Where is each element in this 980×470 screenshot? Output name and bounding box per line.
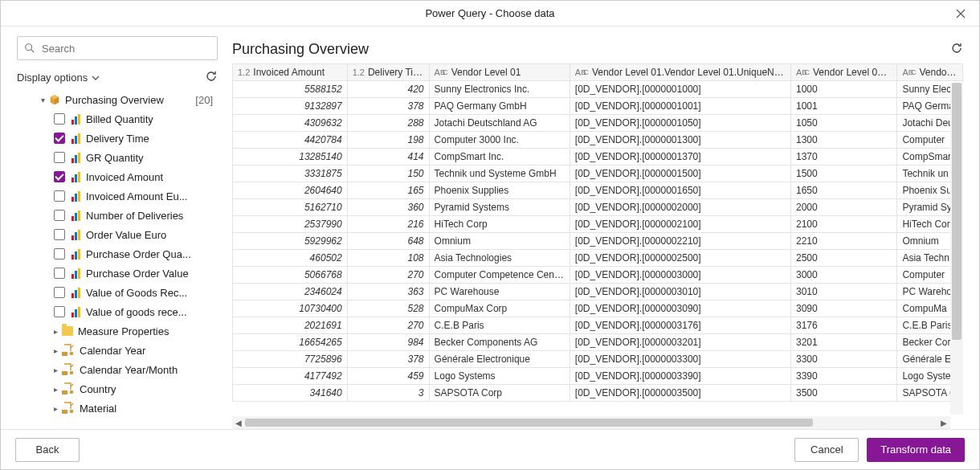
cube-icon [49, 94, 60, 105]
tree-measure-item[interactable]: Billed Quantity [17, 109, 213, 129]
refresh-preview-button[interactable] [950, 42, 963, 57]
search-input[interactable] [40, 42, 210, 55]
checkbox[interactable] [54, 190, 65, 202]
checkbox[interactable] [54, 268, 65, 279]
back-button[interactable]: Back [15, 438, 80, 462]
tree-measure-label: GR Quantity [86, 152, 213, 164]
table-row[interactable]: 3416403SAPSOTA Corp[0D_VENDOR].[00000035… [233, 385, 963, 402]
checkbox[interactable] [54, 133, 65, 144]
column-header[interactable]: 1.2Invoiced Amount [233, 64, 348, 81]
column-header[interactable]: ABCVendor Level 01.Key [790, 64, 896, 81]
caret-down-icon: ▾ [38, 96, 47, 104]
table-row[interactable]: 4177492459Logo Systems[0D_VENDOR].[00000… [233, 368, 963, 385]
text-type-icon: ABC [796, 67, 810, 77]
tree-measure-item[interactable]: Invoiced Amount [17, 167, 213, 186]
cancel-button[interactable]: Cancel [794, 438, 859, 462]
checkbox[interactable] [54, 287, 65, 298]
table-cell: 3010 [790, 284, 896, 300]
tree-measure-label: Number of Deliveries [86, 210, 213, 222]
table-row[interactable]: 3331875150Technik und Systeme GmbH[0D_VE… [233, 166, 963, 182]
table-cell: 528 [347, 300, 429, 317]
refresh-tree-button[interactable] [205, 70, 218, 85]
table-cell: 3 [347, 385, 429, 402]
table-row[interactable]: 5929962648Omnium[0D_VENDOR].[0000002210]… [233, 233, 963, 250]
vertical-scrollbar[interactable] [950, 83, 963, 415]
table-cell: 360 [347, 199, 429, 216]
table-row[interactable]: 4420784198Computer 3000 Inc.[0D_VENDOR].… [233, 132, 963, 149]
tree-folder-label: Measure Properties [78, 325, 213, 337]
table-cell: 7725896 [233, 351, 348, 368]
measure-icon [71, 248, 81, 260]
checkbox[interactable] [54, 229, 65, 240]
tree-measure-label: Value of Goods Rec... [86, 287, 213, 299]
table-cell: [0D_VENDOR].[0000001650] [570, 182, 790, 199]
table-cell: 1001 [790, 98, 896, 115]
tree-root-purchasing-overview[interactable]: ▾ Purchasing Overview [20] [17, 90, 213, 109]
tree-dimension-item[interactable]: ▸ Material [17, 398, 213, 418]
table-cell: [0D_VENDOR].[0000002100] [570, 216, 790, 233]
tree-measure-item[interactable]: GR Quantity [17, 148, 213, 167]
tree-measure-item[interactable]: Number of Deliveries [17, 206, 213, 225]
table-row[interactable]: 5588152420Sunny Electronics Inc.[0D_VEND… [233, 81, 963, 98]
column-header[interactable]: ABCVendor Le [897, 64, 963, 81]
tree-measure-label: Purchase Order Value [86, 268, 213, 280]
close-icon [956, 9, 966, 18]
column-header[interactable]: ABCVendor Level 01 [429, 64, 570, 81]
table-cell: Becker Components AG [429, 334, 570, 351]
table-row[interactable]: 9132897378PAQ Germany GmbH[0D_VENDOR].[0… [233, 98, 963, 115]
tree-measure-item[interactable]: Value of Goods Rec... [17, 283, 213, 302]
tree-measure-item[interactable]: Purchase Order Value [17, 264, 213, 283]
table-row[interactable]: 2537990216HiTech Corp[0D_VENDOR].[000000… [233, 216, 963, 233]
tree-measure-item[interactable]: Order Value Euro [17, 225, 213, 244]
table-row[interactable]: 5066768270Computer Competence Center ...… [233, 267, 963, 284]
column-header-label: Invoiced Amount [253, 67, 325, 78]
table-row[interactable]: 4309632288Jotachi Deutschland AG[0D_VEND… [233, 115, 963, 132]
checkbox[interactable] [54, 113, 65, 125]
table-row[interactable]: 16654265984Becker Components AG[0D_VENDO… [233, 334, 963, 351]
checkbox[interactable] [54, 248, 65, 260]
column-header[interactable]: ABCVendor Level 01.Vendor Level 01.Uniqu… [570, 64, 790, 81]
text-type-icon: ABC [902, 67, 916, 77]
tree-measure-item[interactable]: Purchase Order Qua... [17, 244, 213, 264]
table-row[interactable]: 2604640165Phoenix Supplies[0D_VENDOR].[0… [233, 182, 963, 199]
table-row[interactable]: 5162710360Pyramid Systems[0D_VENDOR].[00… [233, 199, 963, 216]
table-cell: 3500 [790, 385, 896, 402]
tree-folder-item[interactable]: ▸ Measure Properties [17, 321, 213, 341]
table-cell: 2021691 [233, 317, 348, 334]
checkbox[interactable] [54, 306, 65, 317]
table-cell: 1000 [790, 81, 896, 98]
column-header[interactable]: 1.2Delivery Time [347, 64, 429, 81]
display-options-label: Display options [17, 72, 88, 84]
scroll-left-icon[interactable]: ◀ [232, 419, 245, 427]
table-cell: 3331875 [233, 166, 348, 182]
tree-dimension-item[interactable]: ▸ Calendar Year/Month [17, 360, 213, 379]
search-input-wrapper[interactable] [17, 36, 218, 60]
checkbox[interactable] [54, 210, 65, 221]
tree-measure-item[interactable]: Value of goods rece... [17, 302, 213, 321]
tree-dimension-label: Country [80, 383, 213, 395]
table-row[interactable]: 7725896378Générale Electronique[0D_VENDO… [233, 351, 963, 368]
display-options-dropdown[interactable]: Display options [17, 72, 100, 84]
tree-measure-label: Invoiced Amount [86, 171, 213, 183]
tree-measure-item[interactable]: Invoiced Amount Eu... [17, 186, 213, 206]
tree-dimension-item[interactable]: ▸ Country [17, 379, 213, 398]
table-row[interactable]: 460502108Asia Technologies[0D_VENDOR].[0… [233, 250, 963, 267]
tree-dimension-label: Calendar Year [80, 345, 213, 357]
transform-data-button[interactable]: Transform data [867, 438, 965, 462]
table-cell: 1300 [790, 132, 896, 149]
checkbox[interactable] [54, 171, 65, 182]
horizontal-scrollbar[interactable]: ◀ ▶ [232, 416, 950, 429]
table-cell: 648 [347, 233, 429, 250]
tree-dimension-item[interactable]: ▸ Calendar Year [17, 341, 213, 360]
svg-rect-6 [62, 390, 67, 394]
table-row[interactable]: 2021691270C.E.B Paris[0D_VENDOR].[000000… [233, 317, 963, 334]
checkbox[interactable] [54, 152, 65, 163]
tree-measure-item[interactable]: Delivery Time [17, 129, 213, 148]
table-row[interactable]: 2346024363PC Warehouse[0D_VENDOR].[00000… [233, 284, 963, 300]
close-button[interactable] [942, 1, 979, 27]
table-cell: 2604640 [233, 182, 348, 199]
table-row[interactable]: 10730400528CompuMax Corp[0D_VENDOR].[000… [233, 300, 963, 317]
measure-icon [71, 171, 81, 182]
scroll-right-icon[interactable]: ▶ [937, 419, 950, 427]
table-row[interactable]: 13285140414CompSmart Inc.[0D_VENDOR].[00… [233, 149, 963, 166]
